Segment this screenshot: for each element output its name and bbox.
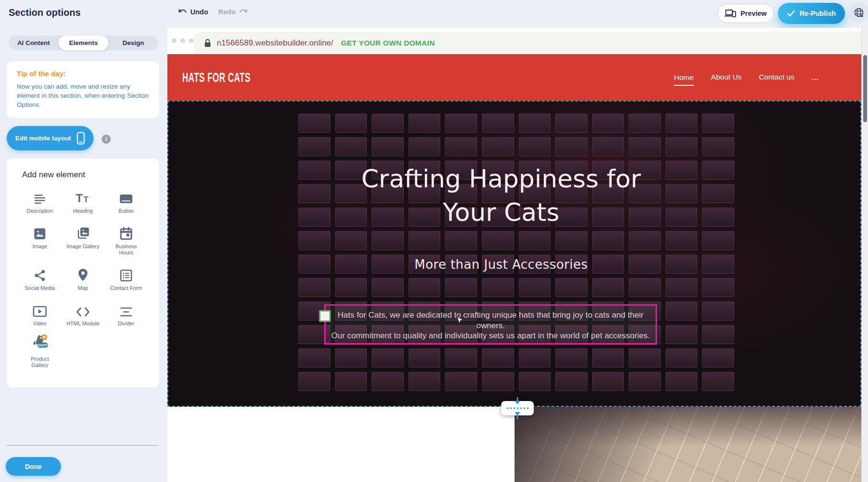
undo-button[interactable]: Undo (177, 7, 208, 17)
tab-elements[interactable]: Elements (59, 35, 108, 50)
tile-wall-background (298, 114, 734, 391)
hero-heading-line1: Crafting Happiness for (167, 162, 835, 195)
site-logo[interactable]: HATS FOR CATS (182, 70, 250, 85)
checkmark-icon (787, 10, 795, 17)
element-video[interactable]: Video (18, 301, 61, 327)
divider-icon (119, 301, 133, 317)
edit-mobile-layout-label: Edit mobile layout (15, 135, 71, 142)
element-html-module[interactable]: HTML Module (61, 301, 105, 327)
site-url[interactable]: n1566589.websitebuilder.online/ (217, 38, 333, 48)
description-icon (33, 188, 47, 205)
element-resize-handle[interactable] (319, 310, 331, 322)
hero-heading: Crafting Happiness for Your Cats (167, 162, 835, 229)
video-icon (33, 301, 47, 317)
tab-design[interactable]: Design (108, 35, 158, 50)
svg-text:T: T (83, 195, 89, 204)
nav-home[interactable]: Home (674, 73, 693, 86)
mouse-cursor (457, 316, 463, 325)
top-toolbar: Section options Undo Redo Preview Re-Pub… (0, 0, 868, 28)
get-domain-link[interactable]: GET YOUR OWN DOMAIN (341, 39, 435, 47)
element-business-hours[interactable]: Business Hours (105, 224, 148, 256)
info-icon[interactable]: i (102, 135, 111, 144)
edit-mobile-layout-button[interactable]: Edit mobile layout (7, 126, 94, 150)
element-image[interactable]: Image (18, 224, 61, 256)
element-button[interactable]: Button (105, 188, 148, 214)
preview-label: Preview (740, 10, 767, 17)
element-product-gallery[interactable]: SHOP Product Gallery (18, 336, 61, 368)
contact-form-icon (120, 265, 132, 282)
redo-label: Redo (218, 8, 235, 16)
element-divider[interactable]: Divider (105, 301, 148, 327)
scrollbar-thumb[interactable] (863, 55, 867, 122)
svg-text:SHOP: SHOP (38, 344, 47, 347)
done-button[interactable]: Done (6, 457, 61, 476)
section-height-resize-handle[interactable] (501, 401, 534, 415)
nav-more-ellipsis[interactable]: ... (811, 73, 819, 81)
map-icon (78, 265, 88, 282)
phone-icon (77, 132, 85, 145)
site-header: HATS FOR CATS Home About Us Contact us .… (167, 54, 861, 101)
tab-ai-content[interactable]: AI Content (9, 35, 59, 50)
product-gallery-icon: SHOP (30, 336, 49, 353)
hero-paragraph: Hats for Cats, we are dedicated to craft… (326, 306, 656, 341)
element-description[interactable]: Description (18, 188, 61, 214)
tip-of-the-day-card: Tip of the day: Now you can add, move an… (7, 61, 159, 118)
selected-text-element[interactable]: Hats for Cats, we are dedicated to craft… (324, 304, 657, 344)
globe-icon (853, 7, 865, 18)
html-module-icon (76, 301, 90, 317)
site-nav: Home About Us Contact us ... (674, 54, 819, 101)
nav-contact-us[interactable]: Contact us (759, 73, 794, 82)
element-grid: Description TT Heading Button Image Imag… (18, 188, 148, 368)
sidebar-divider (7, 445, 158, 446)
next-section-floor-image (515, 407, 861, 482)
republish-button[interactable]: Re-Publish (778, 3, 845, 24)
element-image-gallery[interactable]: Image Gallery (61, 224, 105, 256)
lock-icon (204, 38, 211, 48)
redo-button[interactable]: Redo (218, 7, 248, 17)
hero-paragraph-line1: Hats for Cats, we are dedicated to craft… (326, 310, 656, 331)
button-icon (119, 188, 133, 205)
sidebar-tabs: AI Content Elements Design (9, 35, 158, 50)
hero-subheading: More than Just Accessories (167, 257, 835, 272)
hero-heading-line2: Your Cats (167, 195, 835, 229)
element-contact-form[interactable]: Contact Form (105, 265, 148, 291)
svg-text:T: T (76, 192, 83, 205)
language-globe-button[interactable] (848, 2, 868, 23)
element-map[interactable]: Map (61, 265, 105, 291)
republish-label: Re-Publish (799, 10, 836, 17)
tip-title: Tip of the day: (17, 69, 149, 78)
heading-icon: TT (76, 188, 90, 205)
add-new-element-panel: Add new element Description TT Heading B… (7, 159, 159, 388)
image-gallery-icon (76, 224, 90, 240)
add-panel-title: Add new element (18, 170, 148, 180)
tip-body: Now you can add, move and resize any ele… (17, 82, 149, 109)
page-title: Section options (9, 7, 81, 18)
redo-icon (239, 7, 248, 17)
element-heading[interactable]: TT Heading (61, 188, 105, 214)
preview-button[interactable]: Preview (717, 4, 774, 23)
business-hours-icon (120, 224, 132, 240)
nav-about-us[interactable]: About Us (711, 73, 742, 82)
hero-section[interactable]: Crafting Happiness for Your Cats More th… (167, 101, 861, 407)
undo-icon (177, 7, 187, 17)
undo-label: Undo (190, 8, 208, 16)
hero-paragraph-line2: Our commitment to quality and individual… (326, 331, 656, 341)
social-media-icon (34, 265, 46, 282)
image-icon (34, 224, 46, 240)
devices-icon (725, 9, 736, 18)
address-bar: n1566589.websitebuilder.online/ GET YOUR… (194, 32, 861, 54)
next-section-left (167, 407, 515, 482)
element-social-media[interactable]: Social Media (18, 265, 61, 291)
window-control-dots (172, 38, 194, 43)
preview-scrollbar[interactable] (861, 28, 868, 482)
